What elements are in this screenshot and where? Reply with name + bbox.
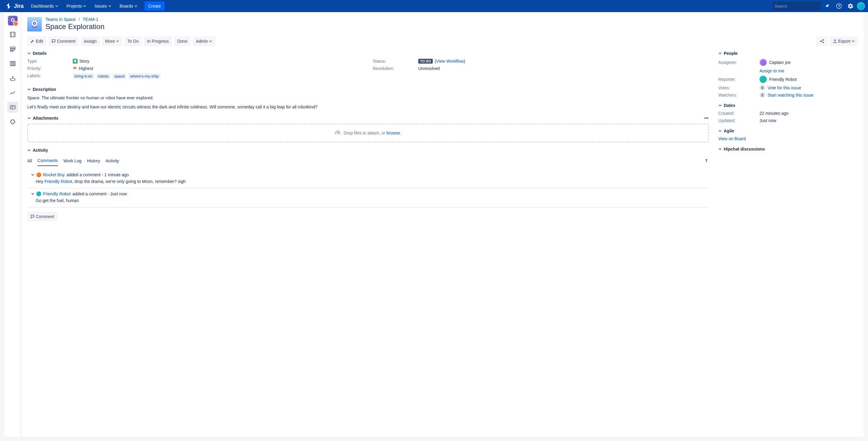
breadcrumb-project[interactable]: Teams in Space — [45, 17, 76, 22]
svg-text:?: ? — [838, 4, 840, 8]
top-nav: Jira Dashboards Projects Issues Boards C… — [0, 0, 868, 12]
svg-rect-10 — [12, 62, 13, 66]
profile-avatar[interactable] — [857, 2, 865, 10]
comment-meta: added a comment - Just now — [72, 192, 127, 196]
sidebar-releases[interactable] — [7, 73, 18, 83]
sort-icon — [704, 159, 709, 163]
view-workflow-link[interactable]: View Workflow — [436, 59, 464, 64]
section-people-header[interactable]: People — [718, 51, 858, 56]
ship-icon — [9, 75, 16, 81]
comment-item: Friendly Robot added a comment - Just no… — [27, 189, 709, 207]
section-dates-header[interactable]: Dates — [718, 103, 858, 108]
description-p1: Space. The ultimate frontier no human or… — [27, 95, 709, 101]
svg-rect-9 — [10, 62, 12, 66]
nav-dashboards[interactable]: Dashboards — [27, 0, 62, 12]
assign-button[interactable]: Assign — [81, 36, 100, 46]
chevron-down-icon — [209, 40, 212, 43]
tab-history[interactable]: History — [87, 156, 100, 166]
cloud-upload-icon — [335, 130, 341, 136]
chevron-down-icon[interactable] — [31, 192, 35, 196]
watch-link[interactable]: Start watching this issue — [768, 93, 813, 98]
tab-worklog[interactable]: Work Log — [63, 156, 82, 166]
type-label: Type: — [27, 59, 73, 64]
export-button[interactable]: Export — [830, 36, 858, 46]
comment-body: Hey Friendly Robot, drop the drama, we'r… — [31, 179, 709, 184]
issue-title: Space Exploration — [45, 23, 104, 31]
sidebar-backlog[interactable] — [7, 29, 18, 40]
mention-link[interactable]: Friendly Robot — [44, 179, 72, 184]
sidebar — [4, 12, 21, 437]
watchers-count: 2 — [760, 93, 765, 98]
story-icon — [73, 59, 78, 64]
feedback-icon[interactable] — [823, 1, 832, 11]
nav-projects[interactable]: Projects — [63, 0, 90, 12]
priority-value: Highest — [79, 66, 93, 71]
comment-author-link[interactable]: Rocket Boy — [43, 172, 65, 177]
board-icon — [9, 60, 16, 67]
status-done-button[interactable]: Done — [174, 36, 190, 46]
svg-rect-12 — [10, 105, 15, 109]
nav-boards[interactable]: Boards — [116, 0, 141, 12]
attachments-dropzone[interactable]: Drop files to attach, or browse. — [27, 124, 709, 142]
sidebar-issues[interactable] — [7, 102, 18, 113]
search-input[interactable] — [775, 4, 826, 8]
project-avatar[interactable] — [8, 16, 18, 26]
chevron-down-icon — [851, 40, 855, 43]
comment-button[interactable]: Comment — [49, 36, 79, 46]
section-attachments-header[interactable]: Attachments ••• — [27, 116, 709, 121]
votes-count: 0 — [760, 86, 765, 90]
svg-point-18 — [823, 42, 824, 43]
sidebar-sprints[interactable] — [7, 44, 18, 55]
dropzone-text: Drop files to attach, or — [344, 131, 386, 135]
section-details-header[interactable]: Details — [27, 51, 709, 56]
view-on-board-link[interactable]: View on Board — [718, 136, 746, 141]
assign-to-me-link[interactable]: Assign to me — [760, 68, 784, 73]
sidebar-reports[interactable] — [7, 87, 18, 98]
comment-icon — [52, 39, 56, 43]
svg-point-15 — [34, 23, 35, 24]
status-lozenge: TO DO — [418, 59, 433, 64]
sidebar-addons[interactable] — [7, 116, 18, 127]
status-todo-button[interactable]: To Do — [125, 36, 142, 46]
comment-item: Rocket Boy added a comment - 1 minute ag… — [27, 169, 709, 189]
label-pill[interactable]: where's-my-ship — [128, 73, 160, 79]
settings-icon[interactable] — [845, 1, 855, 11]
created-label: Created: — [718, 111, 760, 116]
comment-author-link[interactable]: Friendly Robot — [43, 192, 71, 196]
status-inprogress-button[interactable]: In Progress — [144, 36, 172, 46]
tab-all[interactable]: All — [27, 156, 32, 166]
jira-logo[interactable]: Jira — [3, 2, 26, 10]
label-pill[interactable]: robots — [96, 73, 111, 79]
breadcrumb-issue-key[interactable]: TEAM-1 — [83, 17, 98, 22]
label-pill[interactable]: bring-it-on — [73, 73, 94, 79]
browse-link[interactable]: browse. — [386, 131, 401, 135]
chevron-down-icon[interactable] — [31, 173, 35, 177]
attachments-more-button[interactable]: ••• — [704, 116, 709, 121]
tab-activity[interactable]: Activity — [105, 156, 119, 166]
section-activity-header[interactable]: Activity — [27, 148, 709, 152]
nav-issues[interactable]: Issues — [91, 0, 115, 12]
comment-meta: added a comment - 1 minute ago — [67, 172, 129, 177]
edit-button[interactable]: Edit — [27, 36, 46, 46]
project-icon — [10, 18, 16, 24]
svg-rect-6 — [10, 47, 15, 48]
updated-label: Updated: — [718, 118, 760, 123]
section-agile-header[interactable]: Agile — [718, 128, 858, 133]
reporter-label: Reporter: — [718, 77, 760, 82]
admin-button[interactable]: Admin — [193, 36, 215, 46]
chevron-down-icon — [718, 129, 722, 133]
more-button[interactable]: More — [102, 36, 122, 46]
sidebar-board[interactable] — [7, 58, 18, 69]
sort-button[interactable] — [704, 159, 709, 163]
help-icon[interactable]: ? — [834, 1, 844, 11]
add-comment-button[interactable]: Comment — [27, 212, 57, 222]
chevron-down-icon — [83, 4, 86, 7]
section-hipchat-header[interactable]: Hipchat discussions — [718, 146, 858, 151]
share-button[interactable] — [816, 36, 827, 46]
tab-comments[interactable]: Comments — [38, 156, 58, 166]
search-box[interactable] — [772, 1, 821, 10]
label-pill[interactable]: space — [113, 73, 127, 79]
create-button[interactable]: Create — [145, 1, 164, 10]
vote-link[interactable]: Vote for this issue — [768, 86, 801, 90]
section-description-header[interactable]: Description — [27, 87, 709, 92]
